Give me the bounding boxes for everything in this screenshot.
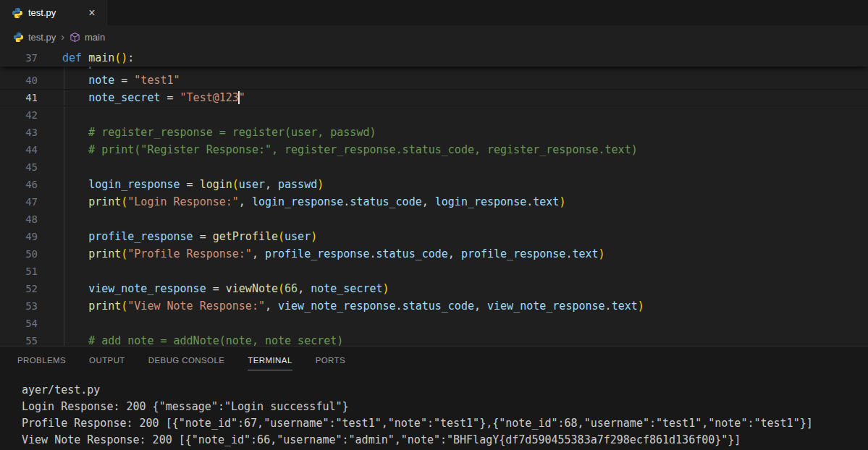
code-token: , xyxy=(239,195,252,208)
line-number: 53 xyxy=(0,300,38,312)
code-text: note_secret = "Test@123" xyxy=(38,91,245,104)
code-line[interactable]: 50 print("Profile Response:", profile_re… xyxy=(0,245,868,263)
code-token: = xyxy=(160,91,180,104)
line-number: 54 xyxy=(0,318,38,329)
code-token: ( xyxy=(121,247,127,260)
line-number: 47 xyxy=(0,196,38,208)
code-token: 66 xyxy=(285,282,298,295)
code-line[interactable]: 53 print("View Note Response:", view_not… xyxy=(0,297,868,315)
code-token xyxy=(62,230,88,243)
namespace-cube-icon xyxy=(69,32,80,43)
code-token: "View Note Response:" xyxy=(127,300,265,313)
panel-tab-debug-console[interactable]: DEBUG CONSOLE xyxy=(148,352,225,370)
code-token: profile_response xyxy=(265,247,370,260)
code-line[interactable]: 44 # print("Register Response:", registe… xyxy=(0,141,868,158)
line-number: 45 xyxy=(0,161,38,173)
code-token: status_code xyxy=(403,300,474,313)
code-token: " xyxy=(239,91,245,104)
code-line[interactable]: 47 print("Login Response:", login_respon… xyxy=(0,193,868,211)
code-line[interactable]: 41 note_secret = "Test@123" xyxy=(0,89,868,106)
code-token: view_note_response xyxy=(88,282,206,295)
code-line[interactable]: 49 profile_response = getProfile(user) xyxy=(0,228,868,245)
code-line[interactable]: 43 # register_response = register(user, … xyxy=(0,124,868,141)
code-line[interactable]: 42 xyxy=(0,106,868,124)
code-token: # print("Register Response:", register_r… xyxy=(62,143,638,156)
editor-tab-bar: test.py × xyxy=(0,0,868,25)
code-line[interactable]: 51 xyxy=(0,263,868,280)
code-token: def xyxy=(62,51,82,64)
code-token: login xyxy=(200,178,232,191)
code-token: view_note_response xyxy=(278,300,396,313)
line-number: 43 xyxy=(0,127,38,138)
code-token: , xyxy=(265,300,278,313)
breadcrumb-symbol[interactable]: main xyxy=(85,32,105,43)
code-token: . xyxy=(526,195,533,208)
code-token: = xyxy=(180,178,200,191)
code-token: ) xyxy=(599,247,605,260)
code-line[interactable]: 40 note = "test1" xyxy=(0,72,868,89)
sticky-scroll-line[interactable]: 37 def main(): xyxy=(0,49,868,67)
code-token xyxy=(62,178,88,191)
code-line[interactable]: 48 xyxy=(0,211,868,228)
python-icon xyxy=(13,32,24,43)
vscode-window: test.py × test.py › main 39 passwd = "te… xyxy=(0,0,868,450)
breadcrumb-file[interactable]: test.py xyxy=(28,32,56,43)
line-number: 55 xyxy=(0,335,38,346)
line-number: 44 xyxy=(0,144,38,156)
line-number: 40 xyxy=(0,75,38,86)
code-line[interactable]: 52 view_note_response = viewNote(66, not… xyxy=(0,280,868,297)
code-token xyxy=(62,282,88,295)
code-token: = xyxy=(206,282,226,295)
line-number: 48 xyxy=(0,213,38,225)
line-number: 49 xyxy=(0,231,38,242)
code-token: ) xyxy=(317,178,324,191)
code-token: ) xyxy=(638,300,644,313)
code-text: # register_response = register(user, pas… xyxy=(38,126,376,139)
line-number: 37 xyxy=(0,52,38,64)
code-token: ( xyxy=(121,300,127,313)
code-token: "Login Response:" xyxy=(127,195,239,208)
chevron-right-icon: › xyxy=(60,31,65,44)
code-line[interactable]: 45 xyxy=(0,158,868,176)
terminal-line: Login Response: 200 {"message":"Login su… xyxy=(22,399,868,415)
editor-lines: 39 passwd = "test1"40 note = "test1"41 n… xyxy=(0,49,868,346)
code-text: view_note_response = viewNote(66, note_s… xyxy=(38,282,389,295)
code-token xyxy=(82,51,88,64)
code-token: , xyxy=(422,195,435,208)
code-token: , xyxy=(474,300,487,313)
panel-tab-ports[interactable]: PORTS xyxy=(316,352,345,370)
code-token: , xyxy=(252,247,265,260)
code-token: ) xyxy=(559,195,565,208)
code-token: note_secret xyxy=(311,282,382,295)
code-line[interactable]: 54 xyxy=(0,315,868,332)
tab-test-py[interactable]: test.py × xyxy=(0,0,107,25)
bottom-panel: PROBLEMSOUTPUTDEBUG CONSOLETERMINALPORTS… xyxy=(0,346,868,450)
code-editor[interactable]: 39 passwd = "test1"40 note = "test1"41 n… xyxy=(0,49,868,346)
code-line[interactable]: 55 # add_note = addNote(note, note_secre… xyxy=(0,332,868,346)
code-token: # add_note = addNote(note, note_secret) xyxy=(62,334,343,346)
code-token: , xyxy=(265,178,278,191)
code-token xyxy=(62,247,88,260)
panel-tab-problems[interactable]: PROBLEMS xyxy=(17,352,66,370)
code-token: = xyxy=(114,74,134,87)
code-token: , xyxy=(298,282,311,295)
code-token: () xyxy=(114,51,127,64)
code-token xyxy=(62,300,88,313)
breadcrumb: test.py › main xyxy=(0,25,868,49)
terminal-output[interactable]: ayer/test.pyLogin Response: 200 {"messag… xyxy=(0,382,868,450)
panel-tab-output[interactable]: OUTPUT xyxy=(89,352,125,370)
code-text: print("View Note Response:", view_note_r… xyxy=(38,300,644,313)
code-text: profile_response = getProfile(user) xyxy=(38,230,317,243)
code-token: ( xyxy=(121,195,127,208)
code-token: print xyxy=(88,247,121,260)
code-token: . xyxy=(605,300,612,313)
terminal-line: ayer/test.py xyxy=(22,382,868,399)
close-icon[interactable]: × xyxy=(85,6,99,20)
line-number: 42 xyxy=(0,109,38,121)
code-text: # print("Register Response:", register_r… xyxy=(38,143,638,156)
code-token: . xyxy=(396,300,403,313)
code-text: print("Login Response:", login_response.… xyxy=(38,195,565,208)
code-token: user xyxy=(285,230,311,243)
panel-tab-terminal[interactable]: TERMINAL xyxy=(248,352,292,370)
code-line[interactable]: 46 login_response = login(user, passwd) xyxy=(0,176,868,193)
